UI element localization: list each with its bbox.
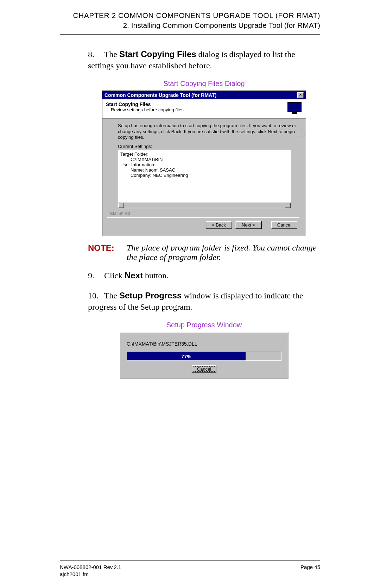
next-button[interactable]: Next > (235, 221, 261, 229)
dialog-panel-title: Start Copying Files (106, 101, 185, 107)
section-title: 2. Installing Common Components Upgrade … (60, 20, 320, 30)
step-9-pre: Click (104, 271, 125, 280)
dialog-panel-subtitle: Review settings before copying files. (106, 107, 185, 112)
figure-caption-2: Setup Progress Window (88, 321, 320, 329)
settings-line-6: Company: NEC Engineering (120, 173, 289, 178)
note-text: The place of program folder is fixed. Yo… (127, 243, 320, 262)
progress-cancel-button[interactable]: Cancel (192, 365, 216, 373)
dialog-title: Common Components Upgrade Tool (for RMAT… (104, 92, 216, 98)
progress-percent: 77% (127, 352, 246, 360)
footer-docnum: NWA-008862-001 Rev.2.1 (60, 564, 121, 571)
progress-bar: 77% (127, 352, 281, 361)
current-settings-label: Current Settings: (118, 144, 299, 149)
chapter-title: CHAPTER 2 COMMON COMPONENTS UPGRADE TOOL… (60, 11, 320, 20)
footer-divider (60, 561, 320, 561)
step-8-number: 8. (88, 49, 102, 60)
footer-filename: ajch2001.fm (60, 571, 121, 578)
installshield-label: InstallShield (107, 208, 299, 216)
note-label: NOTE: (88, 243, 127, 262)
settings-line-4: User Information: (120, 162, 289, 167)
settings-line-2: C:\IMXMAT\BIN (120, 157, 289, 162)
step-9-post: button. (143, 271, 169, 280)
step-9: 9. Click Next button. (88, 270, 320, 281)
dialog-instructions: Setup has enough information to start co… (118, 123, 299, 140)
step-10-number: 10. (88, 290, 102, 301)
settings-line-5: Name: Naomi SASAO (120, 167, 289, 173)
cancel-button[interactable]: Cancel (271, 221, 297, 229)
page-footer: NWA-008862-001 Rev.2.1 ajch2001.fm Page … (60, 561, 320, 577)
start-copying-dialog: Common Components Upgrade Tool (for RMAT… (102, 91, 306, 236)
step-9-number: 9. (88, 270, 102, 281)
footer-page-number: Page 45 (300, 564, 320, 577)
dialog-titlebar[interactable]: Common Components Upgrade Tool (for RMAT… (102, 91, 306, 99)
step-8: 8. The Start Copying Files dialog is dis… (88, 49, 320, 72)
header-divider (60, 34, 320, 35)
scroll-left-icon[interactable] (118, 203, 124, 208)
note-block: NOTE: The place of program folder is fix… (88, 243, 320, 262)
computer-icon (285, 101, 303, 116)
current-settings-textarea[interactable]: Target Folder: C:\IMXMAT\BIN User Inform… (118, 150, 291, 203)
progress-file-path: C:\IMXMAT\Bin\MSJTER35.DLL (127, 341, 281, 347)
step-10-bold: Setup Progress (119, 291, 182, 300)
close-icon[interactable]: × (297, 92, 304, 98)
step-8-pre: The (104, 50, 119, 59)
setup-progress-window: C:\IMXMAT\Bin\MSJTER35.DLL 77% Cancel (120, 332, 289, 379)
scroll-right-icon[interactable] (285, 203, 291, 208)
step-9-bold: Next (125, 271, 143, 280)
figure-caption-1: Start Copying Files Dialog (88, 80, 320, 88)
settings-line-1: Target Folder: (120, 151, 289, 157)
horizontal-scrollbar[interactable] (118, 203, 291, 208)
scroll-up-icon[interactable] (298, 131, 304, 136)
step-8-bold: Start Copying Files (119, 49, 196, 59)
back-button[interactable]: < Back (206, 221, 232, 229)
step-10-pre: The (104, 291, 119, 300)
step-10: 10. The Setup Progress window is display… (88, 290, 320, 313)
